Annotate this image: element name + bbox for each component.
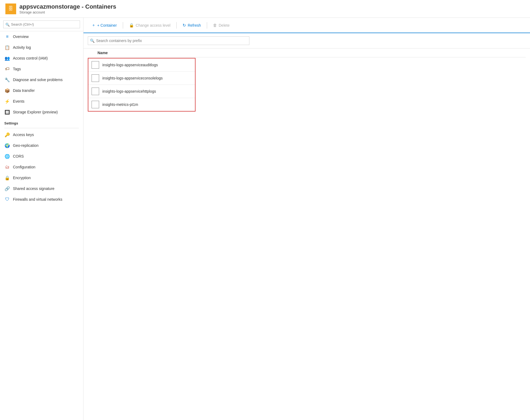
- search-icon: 🔍: [5, 22, 10, 26]
- sidebar-search-container: 🔍: [0, 18, 83, 31]
- sidebar-search-input[interactable]: [3, 20, 80, 28]
- change-access-button[interactable]: 🔒 Change access level: [125, 21, 174, 30]
- page-subtitle: Storage account: [19, 10, 116, 14]
- sidebar-item-tags[interactable]: 🏷 Tags: [0, 64, 83, 74]
- access-control-icon: 👥: [4, 55, 10, 61]
- page-title: appsvcazmonstorage - Containers: [19, 3, 116, 10]
- toolbar: ＋ + Container 🔒 Change access level ↻ Re…: [83, 18, 530, 33]
- sidebar-item-cors[interactable]: 🌐 CORS: [0, 151, 83, 162]
- sidebar-item-geo-replication[interactable]: 🌍 Geo-replication: [0, 140, 83, 151]
- sidebar-label-cors: CORS: [13, 154, 24, 158]
- sidebar: 🔍 ≡ Overview 📋 Activity log 👥 Access con…: [0, 18, 83, 420]
- sidebar-label-activity-log: Activity log: [13, 45, 31, 50]
- sidebar-label-access-keys: Access keys: [13, 133, 34, 137]
- refresh-label: Refresh: [188, 23, 201, 27]
- sidebar-label-storage-explorer: Storage Explorer (preview): [13, 110, 58, 114]
- data-transfer-icon: 📦: [4, 88, 10, 93]
- row-checkbox-4[interactable]: [92, 101, 99, 108]
- delete-icon: 🗑: [213, 23, 217, 27]
- sidebar-label-overview: Overview: [13, 34, 29, 39]
- page-header: 🗄 appsvcazmonstorage - Containers Storag…: [0, 0, 530, 18]
- sidebar-label-configuration: Configuration: [13, 165, 35, 169]
- activity-log-icon: 📋: [4, 44, 10, 50]
- cors-icon: 🌐: [4, 153, 10, 159]
- sidebar-label-diagnose: Diagnose and solve problems: [13, 78, 62, 82]
- header-text: appsvcazmonstorage - Containers Storage …: [19, 3, 116, 14]
- toolbar-sep-3: [207, 22, 207, 29]
- table-row[interactable]: insights-metrics-pt1m: [88, 98, 195, 111]
- container-search-icon: 🔍: [90, 39, 95, 43]
- table-row[interactable]: insights-logs-appserviceauditlogs: [88, 58, 195, 72]
- sidebar-item-storage-explorer[interactable]: 🔲 Storage Explorer (preview): [0, 107, 83, 117]
- refresh-icon: ↻: [183, 23, 186, 28]
- settings-divider: [4, 128, 79, 128]
- toolbar-sep-2: [176, 22, 177, 29]
- diagnose-icon: 🔧: [4, 77, 10, 83]
- sidebar-item-events[interactable]: ⚡ Events: [0, 96, 83, 107]
- sidebar-item-diagnose[interactable]: 🔧 Diagnose and solve problems: [0, 74, 83, 85]
- storage-icon: 🗄: [8, 6, 13, 12]
- container-name-4: insights-metrics-pt1m: [102, 102, 138, 107]
- sidebar-item-firewalls[interactable]: 🛡 Firewalls and virtual networks: [0, 194, 83, 205]
- overview-icon: ≡: [4, 34, 10, 40]
- sidebar-label-data-transfer: Data transfer: [13, 88, 35, 93]
- container-search-container: 🔍: [83, 33, 530, 48]
- sidebar-item-shared-access[interactable]: 🔗 Shared access signature: [0, 183, 83, 194]
- sidebar-item-data-transfer[interactable]: 📦 Data transfer: [0, 85, 83, 96]
- access-keys-icon: 🔑: [4, 132, 10, 138]
- add-container-button[interactable]: ＋ + Container: [88, 20, 121, 30]
- toolbar-sep-1: [123, 22, 123, 29]
- geo-replication-icon: 🌍: [4, 143, 10, 148]
- sidebar-label-shared-access: Shared access signature: [13, 186, 54, 191]
- sidebar-label-geo-replication: Geo-replication: [13, 143, 39, 148]
- firewalls-icon: 🛡: [4, 196, 10, 202]
- encryption-icon: 🔒: [4, 175, 10, 181]
- container-search-input[interactable]: [88, 36, 249, 45]
- table-row[interactable]: insights-logs-appserviceconsolelogs: [88, 72, 195, 85]
- container-name-2: insights-logs-appserviceconsolelogs: [102, 76, 163, 80]
- header-icon: 🗄: [5, 4, 16, 14]
- settings-section-header: Settings: [0, 117, 83, 127]
- sidebar-label-encryption: Encryption: [13, 176, 31, 180]
- col-name-header: Name: [97, 51, 526, 55]
- sidebar-item-overview[interactable]: ≡ Overview: [0, 31, 83, 42]
- sidebar-item-encryption[interactable]: 🔒 Encryption: [0, 172, 83, 183]
- change-access-label: Change access level: [136, 23, 170, 27]
- sidebar-item-access-keys[interactable]: 🔑 Access keys: [0, 129, 83, 140]
- sidebar-label-tags: Tags: [13, 67, 21, 71]
- table-header: Name: [88, 48, 526, 57]
- storage-explorer-icon: 🔲: [4, 109, 10, 115]
- table-area: Name insights-logs-appserviceauditlogs i…: [83, 48, 530, 420]
- add-container-label: + Container: [97, 23, 117, 27]
- container-name-3: insights-logs-appservicehttplogs: [102, 89, 156, 93]
- configuration-icon: 🗂: [4, 164, 10, 170]
- sidebar-label-events: Events: [13, 99, 25, 103]
- sidebar-label-access-control: Access control (IAM): [13, 56, 48, 60]
- row-checkbox-1[interactable]: [92, 61, 99, 69]
- shared-access-icon: 🔗: [4, 186, 10, 192]
- refresh-button[interactable]: ↻ Refresh: [179, 21, 205, 30]
- row-checkbox-3[interactable]: [92, 88, 99, 95]
- row-checkbox-2[interactable]: [92, 74, 99, 82]
- delete-label: Delete: [219, 23, 229, 27]
- tags-icon: 🏷: [4, 66, 10, 72]
- table-row[interactable]: insights-logs-appservicehttplogs: [88, 85, 195, 98]
- delete-button[interactable]: 🗑 Delete: [209, 21, 233, 30]
- sidebar-label-firewalls: Firewalls and virtual networks: [13, 197, 62, 202]
- container-list: insights-logs-appserviceauditlogs insigh…: [88, 58, 196, 112]
- main-content: ＋ + Container 🔒 Change access level ↻ Re…: [83, 18, 530, 420]
- container-name-1: insights-logs-appserviceauditlogs: [102, 63, 158, 67]
- events-icon: ⚡: [4, 98, 10, 104]
- change-access-icon: 🔒: [129, 23, 134, 28]
- sidebar-item-access-control[interactable]: 👥 Access control (IAM): [0, 53, 83, 64]
- sidebar-item-activity-log[interactable]: 📋 Activity log: [0, 42, 83, 53]
- add-container-icon: ＋: [92, 23, 96, 28]
- sidebar-item-configuration[interactable]: 🗂 Configuration: [0, 162, 83, 172]
